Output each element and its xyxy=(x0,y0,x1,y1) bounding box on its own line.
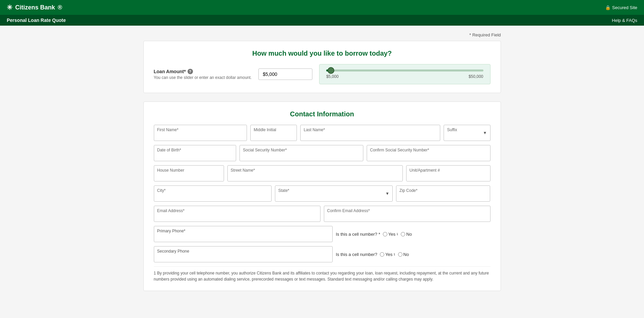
street-name-input[interactable] xyxy=(227,165,403,181)
loan-amount-input[interactable] xyxy=(258,68,312,80)
ssn-input[interactable] xyxy=(240,145,363,161)
slider-min-label: $5,000 xyxy=(326,74,339,79)
middle-initial-input[interactable] xyxy=(250,125,297,141)
suffix-select[interactable]: Jr. Sr. II III IV xyxy=(444,125,490,141)
slider-track[interactable] xyxy=(326,69,483,71)
unit-input[interactable] xyxy=(406,165,491,181)
confirm-ssn-input[interactable] xyxy=(367,145,491,161)
primary-cell-question-area: Is this a cell number? * Yes1 No xyxy=(336,232,491,237)
city-state-zip-row: City* State* ALAKAZAR CACOCTDE FLGAHIID … xyxy=(154,185,491,202)
last-name-input[interactable] xyxy=(300,125,440,141)
unit-field: Unit/Apartment # xyxy=(406,165,491,181)
primary-cell-yes-label[interactable]: Yes1 xyxy=(383,232,398,237)
loan-section-title: How much would you like to borrow today? xyxy=(154,50,491,57)
slider-labels: $5,000 $50,000 xyxy=(326,74,483,79)
contact-card: Contact Information First Name* Middle I… xyxy=(143,102,501,291)
first-name-field: First Name* xyxy=(154,125,247,141)
slider-thumb[interactable] xyxy=(328,67,334,74)
brand-logo: ✳ Citizens Bank® xyxy=(7,3,62,11)
ssn-field: Social Security Number* xyxy=(240,145,363,161)
loan-amount-label: Loan Amount* ? xyxy=(154,69,252,74)
house-number-field: House Number xyxy=(154,165,224,181)
help-faqs-link[interactable]: Help & FAQs xyxy=(612,18,637,23)
primary-phone-input[interactable] xyxy=(154,226,333,242)
dob-ssn-row: Date of Birth* Social Security Number* C… xyxy=(154,145,491,161)
secondary-phone-field: Secondary Phone xyxy=(154,246,333,262)
confirm-ssn-field: Confirm Social Security Number* xyxy=(367,145,491,161)
slider-area: $5,000 $50,000 xyxy=(319,64,491,84)
loan-amount-row: Loan Amount* ? You can use the slider or… xyxy=(154,64,491,84)
slider-max-label: $50,000 xyxy=(469,74,483,79)
city-input[interactable] xyxy=(154,185,272,202)
brand-name: Citizens Bank xyxy=(15,4,55,11)
middle-initial-field: Middle Initial xyxy=(250,125,297,141)
loan-label-area: Loan Amount* ? You can use the slider or… xyxy=(154,69,252,80)
secondary-cell-yes-label[interactable]: Yes1 xyxy=(380,252,395,257)
secondary-phone-row: Secondary Phone Is this a cell number? Y… xyxy=(154,246,491,262)
secondary-cell-question-label: Is this a cell number? xyxy=(336,252,377,257)
zip-field: Zip Code* xyxy=(396,185,490,202)
city-field: City* xyxy=(154,185,272,202)
confirm-email-input[interactable] xyxy=(324,206,491,222)
secondary-phone-input[interactable] xyxy=(154,246,333,262)
primary-cell-required-marker: * xyxy=(379,232,380,237)
secondary-cell-question-area: Is this a cell number? Yes1 No xyxy=(336,252,491,257)
suffix-field: Suffix Jr. Sr. II III IV ▼ xyxy=(444,125,490,141)
confirm-email-field: Confirm Email Address* xyxy=(324,206,491,222)
loan-amount-card: How much would you like to borrow today?… xyxy=(143,41,501,93)
name-row: First Name* Middle Initial Last Name* Su… xyxy=(154,125,491,141)
primary-cell-no-label[interactable]: No xyxy=(401,232,412,237)
loan-help-icon[interactable]: ? xyxy=(188,69,193,74)
secondary-cell-superscript: 1 xyxy=(394,253,395,256)
primary-cell-superscript: 1 xyxy=(396,232,398,236)
secured-site-label: 🔒 Secured Site xyxy=(605,5,637,10)
zip-input[interactable] xyxy=(396,185,490,202)
nav-title: Personal Loan Rate Quote xyxy=(7,18,66,23)
loan-amount-input-area xyxy=(258,68,312,80)
footnote: 1 By providing your cell telephone numbe… xyxy=(154,266,491,282)
last-name-field: Last Name* xyxy=(300,125,440,141)
state-field: State* ALAKAZAR CACOCTDE FLGAHIID ILINIA… xyxy=(275,185,393,202)
header-top: ✳ Citizens Bank® 🔒 Secured Site xyxy=(0,0,644,15)
secondary-cell-no-label[interactable]: No xyxy=(398,252,409,257)
email-field: Email Address* xyxy=(154,206,320,222)
email-row: Email Address* Confirm Email Address* xyxy=(154,206,491,222)
dob-input[interactable] xyxy=(154,145,236,161)
secondary-cell-yes-radio[interactable] xyxy=(380,252,384,257)
primary-cell-question-label: Is this a cell number? * xyxy=(336,232,381,237)
required-field-note: * Required Field xyxy=(143,32,501,37)
secondary-cell-no-radio[interactable] xyxy=(398,252,402,257)
house-number-input[interactable] xyxy=(154,165,224,181)
primary-phone-field: Primary Phone* xyxy=(154,226,333,242)
first-name-input[interactable] xyxy=(154,125,247,141)
header-nav: Personal Loan Rate Quote Help & FAQs xyxy=(0,15,644,26)
primary-phone-row: Primary Phone* Is this a cell number? * … xyxy=(154,226,491,242)
state-select[interactable]: ALAKAZAR CACOCTDE FLGAHIID ILINIAKS KYLA… xyxy=(275,185,393,202)
dob-field: Date of Birth* xyxy=(154,145,236,161)
loan-sublabel: You can use the slider or enter an exact… xyxy=(154,75,252,80)
primary-cell-yes-radio[interactable] xyxy=(383,232,387,236)
email-input[interactable] xyxy=(154,206,320,222)
street-name-field: Street Name* xyxy=(227,165,403,181)
brand-icon: ✳ xyxy=(7,3,12,11)
primary-cell-no-radio[interactable] xyxy=(401,232,405,236)
brand-trademark: ® xyxy=(58,4,62,11)
contact-section-title: Contact Information xyxy=(154,110,491,118)
address-row: House Number Street Name* Unit/Apartment… xyxy=(154,165,491,181)
main-content: * Required Field How much would you like… xyxy=(137,26,508,306)
lock-icon: 🔒 xyxy=(605,5,611,10)
